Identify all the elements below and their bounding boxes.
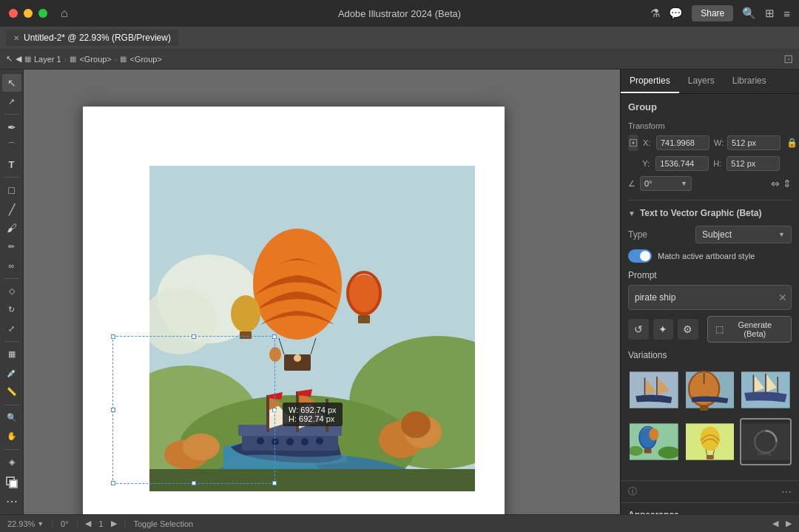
y-input[interactable] (655, 156, 709, 171)
artboard-tool[interactable]: ◈ (2, 453, 21, 471)
panel-more-options[interactable]: ⋯ (781, 486, 792, 498)
minimize-button[interactable] (24, 9, 33, 18)
variation-item-4[interactable] (628, 418, 680, 465)
status-arrow-right[interactable]: ▶ (786, 519, 792, 528)
transform-origin-btn[interactable] (628, 135, 638, 151)
t2v-title: Text to Vector Graphic (Beta) (640, 208, 761, 218)
match-toggle[interactable] (628, 249, 652, 263)
document-tab[interactable]: ✕ Untitled-2* @ 22.93% (RGB/Preview) (6, 30, 178, 46)
variation-item-1[interactable] (628, 366, 680, 414)
h-label: H: (713, 159, 724, 168)
pen-tool[interactable]: ✒ (2, 118, 21, 136)
flask-icon: ⚗ (650, 7, 660, 20)
sel-handle-bl[interactable] (111, 481, 115, 485)
selection-tool-icon[interactable]: ↖ (6, 54, 13, 64)
pencil-tool[interactable]: ✏ (2, 238, 21, 256)
refresh-icon-btn[interactable]: ↺ (628, 319, 649, 340)
breadcrumb-group2[interactable]: <Group> (129, 55, 161, 64)
zoom-dropdown-icon: ▼ (37, 520, 44, 528)
svg-point-10 (401, 411, 431, 438)
svg-rect-22 (358, 315, 370, 323)
type-dropdown-arrow: ▼ (778, 231, 785, 238)
tab-libraries[interactable]: Libraries (724, 70, 775, 93)
generate-button[interactable]: ⬚ Generate (Beta) (707, 316, 792, 343)
w-label: W: (714, 138, 724, 147)
w-input[interactable] (727, 135, 781, 150)
type-select[interactable]: Subject ▼ (695, 226, 792, 243)
rotate-tool[interactable]: ↻ (2, 301, 21, 319)
svg-rect-57 (707, 455, 714, 459)
settings-icon-btn[interactable]: ⚙ (678, 319, 698, 340)
curvature-tool[interactable]: ⌒ (2, 137, 21, 155)
t2v-section: ▼ Text to Vector Graphic (Beta) Type Sub… (628, 208, 792, 465)
sparkle-icon-btn[interactable]: ✦ (653, 319, 674, 340)
nav-next-icon[interactable]: ▶ (111, 519, 117, 528)
measure-tool[interactable]: 📏 (2, 383, 21, 401)
h-input[interactable] (726, 156, 780, 171)
type-tool[interactable]: T (2, 156, 21, 174)
toolbar-divider-2 (4, 177, 19, 178)
grid-icon[interactable]: ⊞ (765, 7, 775, 20)
shape-tool[interactable]: □ (2, 181, 21, 199)
hand-tool[interactable]: ✋ (2, 428, 21, 445)
breadcrumb-group1[interactable]: <Group> (79, 55, 111, 64)
variation-item-3[interactable] (740, 366, 792, 414)
zoom-tool[interactable]: 🔍 (2, 409, 21, 427)
variations-label: Variations (628, 350, 792, 360)
info-icon[interactable]: ⓘ (628, 485, 637, 498)
prompt-clear-icon[interactable]: ✕ (778, 292, 787, 303)
svg-point-25 (257, 437, 264, 445)
close-button[interactable] (9, 9, 18, 18)
match-label: Match active artboard style (658, 252, 755, 260)
eraser-tool[interactable]: ◇ (2, 283, 21, 300)
line-tool[interactable]: ╱ (2, 201, 21, 218)
select-tool[interactable]: ↖ (2, 74, 21, 92)
direct-select-tool[interactable]: ↗ (2, 93, 21, 111)
t2v-header[interactable]: ▼ Text to Vector Graphic (Beta) (628, 208, 792, 218)
titlebar-actions: ⚗ 💬 Share 🔍 ⊞ ≡ (650, 5, 790, 21)
prompt-input[interactable]: pirate ship (628, 285, 792, 310)
eyedropper-tool[interactable]: 💉 (2, 365, 21, 383)
rotation-select[interactable]: 0° ▼ (640, 176, 692, 191)
app-title: Adobe Illustrator 2024 (Beta) (338, 8, 461, 19)
flip-vertical-icon[interactable]: ⇕ (783, 178, 792, 189)
gradient-tool[interactable]: ▦ (2, 346, 21, 363)
variation-item-6[interactable]: Loading... (740, 418, 792, 465)
sel-handle-ml[interactable] (111, 408, 115, 412)
zoom-control[interactable]: 22.93% ▼ (7, 519, 44, 528)
breadcrumb-more[interactable]: ⊡ (783, 53, 793, 65)
status-arrow-left[interactable]: ◀ (772, 519, 778, 528)
lock-aspect-icon[interactable]: 🔒 (786, 138, 798, 148)
scale-tool[interactable]: ⤢ (2, 320, 21, 338)
blend-tool[interactable]: ∞ (2, 257, 21, 275)
home-icon[interactable]: ⌂ (61, 7, 68, 20)
comment-icon[interactable]: 💬 (669, 7, 683, 20)
x-input[interactable] (656, 135, 709, 150)
appearance-section: Appearance (621, 502, 799, 514)
variation-item-5[interactable] (684, 418, 736, 465)
search-icon[interactable]: 🔍 (742, 7, 756, 20)
resize-cursor-icon: ⤢ (269, 406, 278, 418)
tab-layers[interactable]: Layers (679, 70, 724, 93)
nav-prev-icon[interactable]: ◀ (85, 519, 91, 528)
breadcrumb-sep-1: › (64, 55, 67, 64)
sel-handle-tl[interactable] (111, 334, 115, 339)
more-tools[interactable]: ⋯ (2, 492, 21, 510)
canvas-area[interactable]: ⤢ W: 692.74 px H: 692.74 px (24, 70, 620, 514)
y-field-group: Y: (642, 156, 709, 171)
fullscreen-button[interactable] (38, 9, 47, 18)
prev-icon[interactable]: ◀ (16, 54, 21, 64)
transform-spacer (628, 155, 638, 172)
fill-stroke[interactable] (2, 472, 21, 490)
paintbrush-tool[interactable]: 🖌 (2, 219, 21, 237)
variation-item-2[interactable] (684, 366, 736, 414)
menu-icon[interactable]: ≡ (783, 7, 790, 20)
tab-properties[interactable]: Properties (621, 70, 679, 93)
svg-point-52 (649, 428, 658, 440)
toolbar-divider-6 (4, 449, 19, 450)
share-button[interactable]: Share (692, 5, 733, 21)
match-row: Match active artboard style (628, 249, 792, 263)
tab-close-icon[interactable]: ✕ (13, 34, 19, 42)
layer-label[interactable]: Layer 1 (34, 55, 61, 64)
flip-horizontal-icon[interactable]: ⇔ (771, 178, 780, 189)
